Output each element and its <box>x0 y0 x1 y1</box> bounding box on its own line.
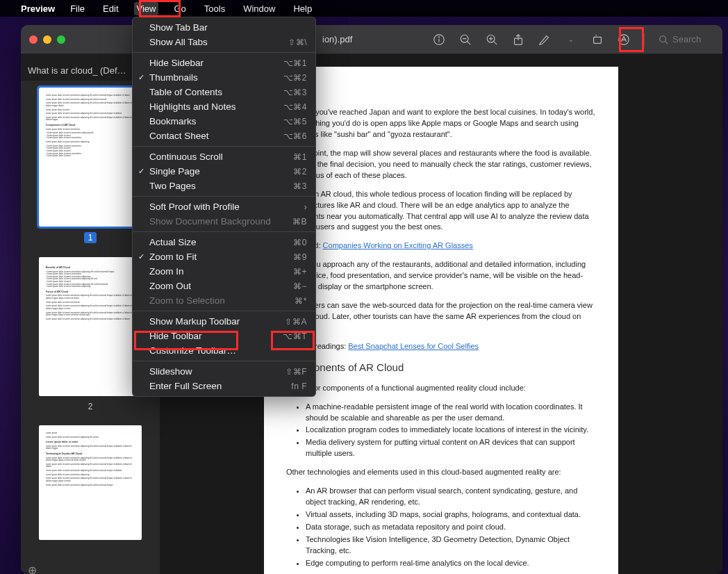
menu-item-actual-size[interactable]: Actual Size⌘0 <box>133 235 315 249</box>
shortcut-label: ⌘2 <box>293 167 307 177</box>
menu-item-label: Continuous Scroll <box>149 151 223 162</box>
close-button[interactable] <box>29 35 38 44</box>
chevron-right-icon: › <box>304 202 308 212</box>
zoom-out-icon[interactable] <box>459 33 472 46</box>
menu-item-customize-toolbar-[interactable]: Customize Toolbar… <box>133 343 315 358</box>
shortcut-label: ⌘B <box>292 217 307 227</box>
search-input[interactable] <box>672 34 714 44</box>
menu-item-enter-full-screen[interactable]: Enter Full Screenfn F <box>133 379 315 393</box>
menu-item-soft-proof-with-profile[interactable]: Soft Proof with Profile› <box>133 199 315 214</box>
menu-item-label: Single Page <box>149 166 200 177</box>
preview-window: ion).pdf ⌄ What is ar cloud_ (Def… Lorem… <box>21 25 722 574</box>
toolbar: ⌄ <box>433 33 714 46</box>
svg-line-14 <box>665 41 668 44</box>
menu-item-highlights-and-notes[interactable]: Highlights and Notes⌥⌘4 <box>133 99 315 114</box>
list-item: Edge computing to perform real-time anal… <box>306 558 596 569</box>
link[interactable]: Best Snapchat Lenses for Cool Selfies <box>348 342 479 350</box>
shortcut-label: ⇧⌘\ <box>288 38 307 47</box>
link[interactable]: Companies Working on Exciting AR Glasses <box>323 241 473 249</box>
page-thumbnail[interactable]: Lorem ipsum dolor sit amet consectetur a… <box>39 88 142 227</box>
menu-separator <box>133 196 315 197</box>
menu-item-zoom-out[interactable]: Zoom Out⌘− <box>133 279 315 293</box>
shortcut-label: fn F <box>291 382 307 391</box>
menu-item-label: Bookmarks <box>149 116 197 126</box>
menu-item-label: Customize Toolbar… <box>149 345 236 356</box>
menu-item-show-document-background: Show Document Background⌘B <box>133 214 315 229</box>
svg-line-4 <box>468 41 471 44</box>
shortcut-label: ⌘+ <box>293 267 307 277</box>
svg-point-2 <box>439 36 440 37</box>
menu-view[interactable]: View <box>134 2 159 15</box>
menu-item-continuous-scroll[interactable]: Continuous Scroll⌘1 <box>133 149 315 164</box>
menu-item-show-tab-bar[interactable]: Show Tab Bar <box>133 20 315 35</box>
shortcut-label: ⌥⌘5 <box>283 117 307 126</box>
menu-item-label: Thumbnails <box>149 72 198 83</box>
paragraph: When you approach any of the restaurants… <box>286 259 596 293</box>
heading: Components of AR Cloud <box>286 360 596 375</box>
menu-item-hide-toolbar[interactable]: Hide Toolbar⌥⌘T <box>133 329 315 343</box>
menu-edit[interactable]: Edit <box>100 2 121 15</box>
share-icon[interactable] <box>512 33 524 46</box>
page-thumbnail[interactable]: Benefits of AR Cloud• Lorem ipsum dolor … <box>39 257 142 396</box>
menu-item-slideshow[interactable]: Slideshow⇧⌘F <box>133 364 315 379</box>
menu-tools[interactable]: Tools <box>201 2 228 15</box>
menu-item-label: Zoom Out <box>149 281 191 291</box>
menu-item-zoom-to-fit[interactable]: ✓Zoom to Fit⌘9 <box>133 249 315 264</box>
menu-file[interactable]: File <box>67 2 88 15</box>
menu-item-label: Zoom to Fit <box>149 252 197 262</box>
shortcut-label: ⌥⌘6 <box>283 131 307 141</box>
menu-item-zoom-in[interactable]: Zoom In⌘+ <box>133 264 315 279</box>
toolbar-separator <box>644 33 645 46</box>
app-name[interactable]: Preview <box>21 3 55 14</box>
menu-item-two-pages[interactable]: Two Pages⌘3 <box>133 179 315 193</box>
menu-separator <box>133 52 315 53</box>
sidebar-title: What is ar cloud_ (Def… <box>28 65 126 76</box>
chevron-down-icon[interactable]: ⌄ <box>565 33 577 46</box>
shortcut-label: ⌘9 <box>293 252 307 262</box>
menu-item-label: Actual Size <box>149 237 197 247</box>
paragraph: At this point, the map will show several… <box>286 148 596 181</box>
shortcut-label: ⌘* <box>295 296 307 306</box>
page-number: 1 <box>84 232 97 243</box>
menu-separator <box>133 361 315 361</box>
search-icon <box>659 35 668 44</box>
menu-item-label: Hide Toolbar <box>149 331 202 341</box>
menu-item-single-page[interactable]: ✓Single Page⌘2 <box>133 164 315 179</box>
list-item: Localization program codes to immediatel… <box>306 425 596 436</box>
shortcut-label: ⌘1 <box>293 152 307 162</box>
menu-window[interactable]: Window <box>240 2 278 15</box>
search-box[interactable] <box>659 34 714 44</box>
check-icon: ✓ <box>138 73 144 82</box>
menu-item-bookmarks[interactable]: Bookmarks⌥⌘5 <box>133 114 315 129</box>
menu-go[interactable]: Go <box>171 2 188 15</box>
menu-item-contact-sheet[interactable]: Contact Sheet⌥⌘6 <box>133 129 315 143</box>
menu-item-label: Soft Proof with Profile <box>149 202 240 212</box>
shortcut-label: ⌘0 <box>293 238 307 247</box>
menu-item-show-all-tabs[interactable]: Show All Tabs⇧⌘\ <box>133 35 315 49</box>
menu-item-label: Hide Sidebar <box>149 58 204 68</box>
traffic-lights <box>29 35 65 44</box>
menu-item-table-of-contents[interactable]: Table of Contents⌥⌘3 <box>133 85 315 99</box>
check-icon: ✓ <box>138 167 144 176</box>
menu-item-show-markup-toolbar[interactable]: Show Markup Toolbar⇧⌘A <box>133 314 315 329</box>
bullet-list: An AR browser that can perform visual se… <box>306 486 596 569</box>
rotate-icon[interactable] <box>591 33 604 46</box>
menu-separator <box>133 231 315 232</box>
page-number: 2 <box>88 402 93 411</box>
paragraph: Other technologies and elements used in … <box>286 467 596 478</box>
menu-item-thumbnails[interactable]: ✓Thumbnails⌥⌘2 <box>133 70 315 85</box>
menu-item-hide-sidebar[interactable]: Hide Sidebar⌥⌘1 <box>133 56 315 70</box>
minimize-button[interactable] <box>43 35 51 44</box>
list-item: Technologies like Vision Intelligence, 3… <box>306 534 596 557</box>
highlight-icon[interactable] <box>538 33 551 46</box>
fullscreen-button[interactable] <box>57 35 65 44</box>
page-thumbnail[interactable]: Lorem ipsum.Lorem ipsum dolor sit amet c… <box>39 425 142 540</box>
menu-help[interactable]: Help <box>290 2 315 15</box>
zoom-in-icon[interactable] <box>486 33 498 46</box>
markup-icon[interactable] <box>618 33 630 46</box>
info-icon[interactable] <box>433 33 445 46</box>
add-page-button[interactable]: ⊕ <box>28 564 37 574</box>
menu-item-label: Show Markup Toolbar <box>149 316 240 327</box>
menu-item-label: Show All Tabs <box>149 37 208 47</box>
menu-item-label: Show Tab Bar <box>149 22 208 33</box>
